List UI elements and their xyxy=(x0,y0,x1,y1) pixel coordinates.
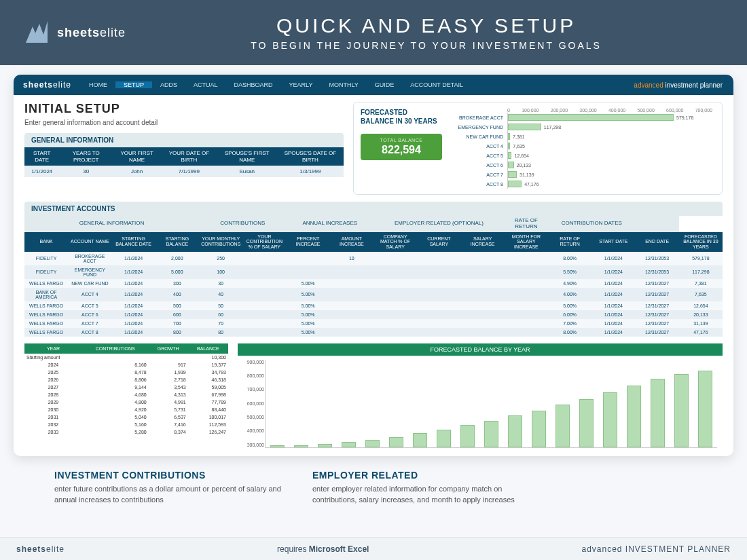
inv-cell[interactable]: 800 xyxy=(156,328,199,337)
inv-cell[interactable]: 500 xyxy=(156,301,199,310)
inv-cell[interactable] xyxy=(505,252,548,265)
inv-cell[interactable]: BROKERAGE ACCT xyxy=(68,252,111,265)
inv-cell[interactable] xyxy=(505,279,548,288)
inv-cell[interactable]: 1/1/2024 xyxy=(112,319,156,328)
inv-cell[interactable]: FIDELITY xyxy=(24,265,68,279)
inv-cell[interactable] xyxy=(330,319,374,328)
inv-cell[interactable]: ACCT 7 xyxy=(68,319,111,328)
nav-item-home[interactable]: HOME xyxy=(81,81,115,88)
nav-item-monthly[interactable]: MONTHLY xyxy=(321,81,366,88)
inv-cell[interactable] xyxy=(461,288,505,301)
inv-cell[interactable]: 4.90% xyxy=(548,279,591,288)
inv-cell[interactable] xyxy=(374,310,417,319)
inv-cell[interactable] xyxy=(330,279,374,288)
gi-cell[interactable]: Susan xyxy=(217,166,277,177)
inv-cell[interactable]: 1/1/2024 xyxy=(112,301,156,310)
inv-cell[interactable]: 5.00% xyxy=(287,279,330,288)
inv-cell[interactable] xyxy=(330,265,374,279)
inv-cell[interactable] xyxy=(242,328,286,337)
inv-cell[interactable]: WELLS FARGO xyxy=(24,328,68,337)
inv-cell[interactable] xyxy=(242,301,286,310)
nav-item-account-detail[interactable]: ACCOUNT DETAIL xyxy=(402,81,471,88)
inv-cell[interactable]: EMERGENCY FUND xyxy=(68,265,111,279)
inv-cell[interactable] xyxy=(374,252,417,265)
inv-cell[interactable]: 47,176 xyxy=(679,328,723,337)
inv-cell[interactable]: 5.00% xyxy=(287,319,330,328)
inv-cell[interactable] xyxy=(242,252,286,265)
inv-cell[interactable]: 12/31/2053 xyxy=(636,265,679,279)
inv-cell[interactable]: 5.00% xyxy=(287,328,330,337)
inv-cell[interactable]: 1/1/2024 xyxy=(591,310,635,319)
inv-cell[interactable] xyxy=(374,319,417,328)
inv-cell[interactable]: 250 xyxy=(199,252,242,265)
inv-cell[interactable] xyxy=(242,288,286,301)
inv-cell[interactable]: ACCT 5 xyxy=(68,301,111,310)
inv-cell[interactable]: 5.00% xyxy=(287,288,330,301)
inv-cell[interactable] xyxy=(461,279,505,288)
inv-cell[interactable]: WELLS FARGO xyxy=(24,310,68,319)
inv-cell[interactable]: 400 xyxy=(156,288,199,301)
inv-cell[interactable] xyxy=(461,252,505,265)
inv-cell[interactable] xyxy=(461,328,505,337)
inv-cell[interactable]: 1/1/2024 xyxy=(112,328,156,337)
inv-cell[interactable]: 1/1/2024 xyxy=(112,265,156,279)
inv-cell[interactable] xyxy=(505,328,548,337)
gi-cell[interactable]: 1/1/2024 xyxy=(24,166,59,177)
inv-cell[interactable]: 7,635 xyxy=(679,288,723,301)
inv-cell[interactable]: 12,654 xyxy=(679,301,723,310)
inv-cell[interactable] xyxy=(242,319,286,328)
inv-cell[interactable]: 300 xyxy=(156,279,199,288)
inv-cell[interactable] xyxy=(461,301,505,310)
inv-cell[interactable]: 4.00% xyxy=(548,288,591,301)
inv-cell[interactable]: WELLS FARGO xyxy=(24,301,68,310)
inv-cell[interactable]: 1/1/2024 xyxy=(591,319,635,328)
inv-cell[interactable]: 31,139 xyxy=(679,319,723,328)
nav-item-dashboard[interactable]: DASHBOARD xyxy=(226,81,281,88)
inv-cell[interactable]: ACCT 6 xyxy=(68,310,111,319)
inv-cell[interactable] xyxy=(461,310,505,319)
nav-item-yearly[interactable]: YEARLY xyxy=(281,81,321,88)
inv-cell[interactable]: ACCT 4 xyxy=(68,288,111,301)
inv-cell[interactable]: 60 xyxy=(199,310,242,319)
nav-item-guide[interactable]: GUIDE xyxy=(367,81,403,88)
inv-cell[interactable] xyxy=(374,328,417,337)
inv-cell[interactable]: 600 xyxy=(156,310,199,319)
inv-cell[interactable] xyxy=(505,301,548,310)
inv-cell[interactable] xyxy=(505,310,548,319)
inv-cell[interactable]: 100 xyxy=(199,265,242,279)
inv-cell[interactable]: 6.00% xyxy=(548,310,591,319)
nav-item-setup[interactable]: SETUP xyxy=(115,81,152,88)
inv-cell[interactable] xyxy=(417,288,460,301)
inv-cell[interactable]: 50 xyxy=(199,301,242,310)
inv-cell[interactable]: 5.00% xyxy=(287,301,330,310)
inv-cell[interactable] xyxy=(330,310,374,319)
inv-cell[interactable] xyxy=(374,288,417,301)
inv-cell[interactable]: 2,000 xyxy=(156,252,199,265)
inv-cell[interactable]: 7,381 xyxy=(679,279,723,288)
inv-cell[interactable]: 1/1/2024 xyxy=(112,288,156,301)
inv-cell[interactable] xyxy=(417,252,460,265)
inv-cell[interactable]: 12/31/2027 xyxy=(636,279,679,288)
inv-cell[interactable] xyxy=(330,328,374,337)
gi-cell[interactable]: 7/1/1999 xyxy=(161,166,217,177)
inv-cell[interactable]: ACCT 8 xyxy=(68,328,111,337)
inv-cell[interactable] xyxy=(461,319,505,328)
inv-cell[interactable]: 5.00% xyxy=(287,310,330,319)
nav-item-actual[interactable]: ACTUAL xyxy=(185,81,226,88)
inv-cell[interactable]: 80 xyxy=(199,328,242,337)
inv-cell[interactable] xyxy=(417,279,460,288)
inv-cell[interactable]: 5.50% xyxy=(548,265,591,279)
inv-cell[interactable]: 1/1/2024 xyxy=(591,252,635,265)
inv-cell[interactable] xyxy=(374,279,417,288)
inv-cell[interactable] xyxy=(417,301,460,310)
inv-cell[interactable] xyxy=(374,301,417,310)
inv-cell[interactable]: 8.00% xyxy=(548,252,591,265)
inv-cell[interactable]: NEW CAR FUND xyxy=(68,279,111,288)
inv-cell[interactable]: WELLS FARGO xyxy=(24,319,68,328)
inv-cell[interactable] xyxy=(242,265,286,279)
inv-cell[interactable] xyxy=(330,288,374,301)
inv-cell[interactable]: 5,000 xyxy=(156,265,199,279)
inv-cell[interactable] xyxy=(242,310,286,319)
inv-cell[interactable]: 10 xyxy=(330,252,374,265)
inv-cell[interactable] xyxy=(287,252,330,265)
